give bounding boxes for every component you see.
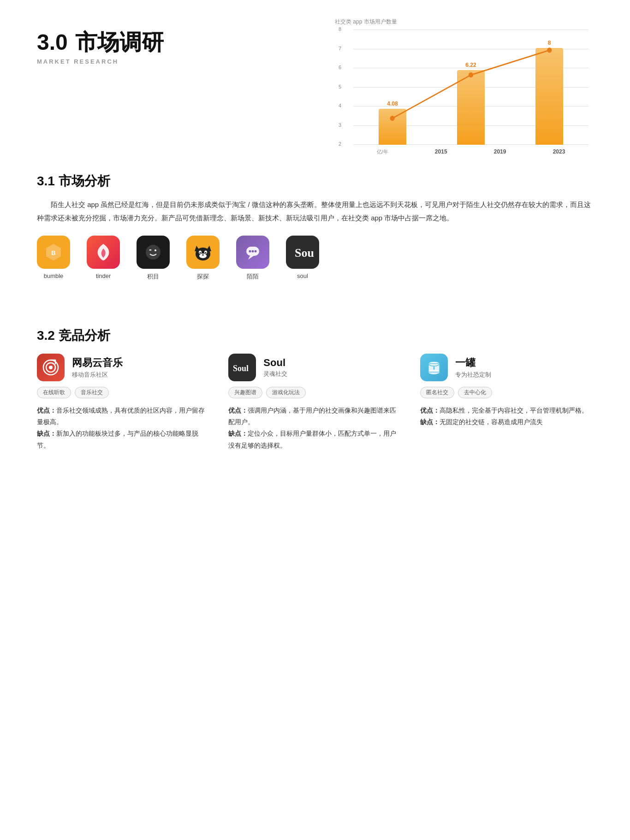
x-unit: 亿/年 [377,148,388,155]
subsection-32-title: 3.2 竞品分析 [37,327,593,344]
yiguan-tags: 匿名社交 去中心化 [420,387,593,398]
x-2015: 2015 [435,148,447,155]
yiguan-desc: 优点：高隐私性，完全基于内容社交，平台管理机制严格。 缺点：无固定的社交链，容易… [420,405,593,428]
soul-tag-1: 兴趣图谱 [228,387,262,398]
momo-icon-svg [243,242,263,262]
section-number: 3.0 [37,30,68,54]
yiguan-name: 一罐 [455,356,491,370]
svg-text:Soul: Soul [233,364,249,373]
netease-tag-2: 音乐社交 [75,387,109,398]
yiguan-logo [420,354,448,381]
bumble-label: bumble [44,272,64,279]
tinder-icon-svg [94,242,113,262]
svg-point-14 [249,250,251,253]
netease-tag-1: 在线听歌 [37,387,71,398]
chart-label: 社交类 app 市场用户数量 [335,18,593,26]
soul-comp-logo-svg: Soul [231,357,254,378]
x-2019: 2019 [494,148,506,155]
soul-comp-name: Soul [263,357,287,369]
jimu-icon-svg [143,242,163,262]
svg-point-2 [146,245,160,260]
svg-text:Soul: Soul [295,246,314,260]
soul-comp-logo: Soul [228,354,256,381]
tantan-icon-svg [193,242,213,262]
soul-pros-label: 优点： [228,407,248,414]
svg-point-12 [202,254,204,255]
svg-point-11 [205,252,207,254]
competitor-soul: Soul Soul 灵魂社交 兴趣图谱 游戏化玩法 优点：强调用户内涵，基于用户… [228,354,401,451]
app-tantan: 探探 [186,236,220,281]
yiguan-logo-svg [424,357,444,378]
app-tinder: tinder [87,236,120,279]
yiguan-info: 一罐 专为社恐定制 [455,356,491,379]
competitor-netease: 网易云音乐 移动音乐社区 在线听歌 音乐社交 优点：音乐社交领域成熟，具有优质的… [37,354,210,451]
soul-header: Soul Soul 灵魂社交 [228,354,401,381]
yiguan-cons-label: 缺点： [420,418,440,426]
subsection-31-title: 3.1 市场分析 [37,172,593,190]
svg-point-20 [49,366,53,369]
netease-subtitle: 移动音乐社区 [72,371,123,379]
chart-dot-2023 [547,47,552,53]
yiguan-header: 一罐 专为社恐定制 [420,354,593,381]
soul-cons-label: 缺点： [228,430,248,437]
competitor-yiguan: 一罐 专为社恐定制 匿名社交 去中心化 优点：高隐私性，完全基于内容社交，平台管… [420,354,593,451]
netease-logo [37,354,65,381]
svg-point-3 [155,249,156,251]
yiguan-pros-label: 优点： [420,407,440,414]
soul-icon-svg: Soul [291,242,314,262]
app-bumble: B bumble [37,236,70,279]
x-2023: 2023 [553,148,565,155]
chart-wrapper: 社交类 app 市场用户数量 8 7 6 5 4 3 2 4.08 [335,13,593,159]
yiguan-subtitle: 专为社恐定制 [455,371,491,379]
chart-dot-2019 [469,72,473,77]
app-jimu: 积目 [137,236,170,281]
svg-point-16 [255,250,257,253]
section-name: 市场调研 [75,30,164,54]
divider [37,299,593,313]
analysis-text-31: 陌生人社交 app 虽然已经是红海，但是目前仍未形成类似于淘宝 / 微信这种的寡… [37,198,593,225]
soul-desc: 优点：强调用户内涵，基于用户的社交画像和兴趣图谱来匹配用户。 缺点：定位小众，目… [228,405,401,451]
netease-name: 网易云音乐 [72,356,123,370]
bumble-icon-svg: B [43,242,64,262]
netease-cons-label: 缺点： [37,430,56,437]
chart-line-svg [353,30,588,159]
chart-inner: 8 7 6 5 4 3 2 4.08 6.22 [335,30,593,159]
tantan-label: 探探 [197,272,209,281]
soul-icon: Soul [286,236,319,269]
chart-dot-2015 [390,116,395,121]
netease-logo-svg [41,357,61,378]
netease-pros-label: 优点： [37,407,56,414]
svg-text:B: B [51,249,55,256]
app-soul: Soul soul [286,236,319,279]
soul-info: Soul 灵魂社交 [263,357,287,378]
soul-label: soul [297,272,308,279]
svg-point-10 [200,252,201,254]
app-momo: 陌陌 [236,236,269,281]
soul-tags: 兴趣图谱 游戏化玩法 [228,387,401,398]
jimu-icon [137,236,170,269]
chart-x-axis: 亿/年 2015 2019 2023 [353,145,588,159]
momo-label: 陌陌 [247,272,259,281]
apps-row: B bumble tinder 积目 [37,236,593,281]
svg-point-7 [199,254,207,258]
netease-info: 网易云音乐 移动音乐社区 [72,356,123,379]
tinder-icon [87,236,120,269]
yiguan-tag-2: 去中心化 [458,387,492,398]
momo-icon [236,236,269,269]
svg-point-15 [252,250,254,253]
competitor-grid: 网易云音乐 移动音乐社区 在线听歌 音乐社交 优点：音乐社交领域成熟，具有优质的… [37,354,593,451]
netease-header: 网易云音乐 移动音乐社区 [37,354,210,381]
netease-desc: 优点：音乐社交领域成熟，具有优质的社区内容，用户留存量极高。 缺点：新加入的功能… [37,405,210,451]
netease-tags: 在线听歌 音乐社交 [37,387,210,398]
bumble-icon: B [37,236,70,269]
soul-comp-subtitle: 灵魂社交 [263,370,287,378]
soul-tag-2: 游戏化玩法 [266,387,306,398]
tantan-icon [186,236,220,269]
yiguan-tag-1: 匿名社交 [420,387,454,398]
jimu-label: 积目 [147,272,159,281]
tinder-label: tinder [96,272,111,279]
